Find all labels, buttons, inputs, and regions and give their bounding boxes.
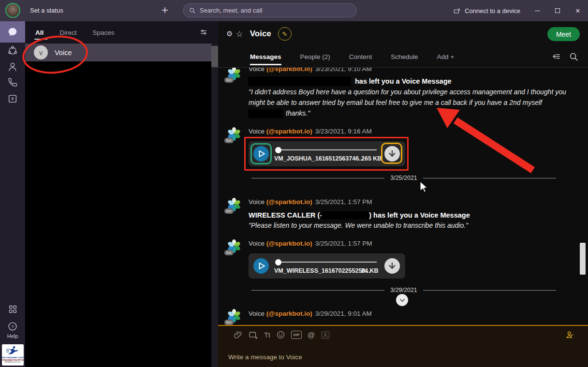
rail-item-contacts[interactable] — [0, 59, 25, 74]
tab-schedule[interactable]: Schedule — [391, 46, 418, 68]
mention-icon[interactable]: @ — [308, 331, 315, 339]
filter-icon — [199, 28, 208, 37]
tab-direct[interactable]: Direct — [59, 21, 76, 44]
emoji-icon[interactable] — [276, 330, 285, 339]
text-format-icon[interactable]: Tt — [264, 331, 270, 339]
connect-to-device-button[interactable]: Connect to a device — [453, 7, 520, 15]
redaction-box — [249, 77, 351, 86]
svg-text:?: ? — [11, 324, 14, 329]
message-scrollbar-thumb[interactable] — [580, 243, 586, 275]
rail-item-help[interactable]: ? Help — [7, 321, 18, 339]
gif-icon[interactable]: GIF — [291, 331, 302, 339]
space-list-scrollbar-thumb[interactable] — [211, 46, 218, 67]
chevron-down-icon — [397, 295, 408, 306]
scroll-to-bottom-button[interactable] — [396, 294, 408, 306]
bot-badge: Bot — [224, 250, 234, 255]
space-list-item-voice[interactable]: v Voice — [25, 44, 218, 61]
apps-grid-icon — [8, 304, 18, 314]
transcript-line: "I didn't address Boyd here have a quest… — [249, 88, 566, 96]
calendar-icon: 8 — [7, 93, 18, 104]
bot-avatar: Bot — [226, 197, 242, 212]
transcript-line: "Please listen to your message. We were … — [249, 221, 468, 229]
favorite-star-icon[interactable]: ☆ — [235, 29, 243, 39]
date-divider-label: 3/25/2021 — [390, 175, 417, 181]
set-status-button[interactable]: Set a status — [30, 7, 63, 14]
minimize-button[interactable] — [527, 0, 547, 21]
jump-to-recent-icon[interactable] — [552, 52, 561, 62]
tab-all[interactable]: All — [35, 21, 44, 44]
svg-text:8: 8 — [12, 96, 14, 101]
message-header: Voice (@sparkbot.io)3/25/2021, 1:57 PM — [249, 240, 372, 247]
help-label: Help — [7, 333, 18, 339]
audio-file-name: VM_JOSHUA_1616512563746... — [274, 155, 364, 162]
space-settings-gear-icon[interactable]: ⚙ — [226, 29, 233, 38]
rail-item-meetings[interactable]: 8 — [0, 90, 25, 106]
tab-content[interactable]: Content — [349, 46, 372, 68]
play-button[interactable] — [253, 146, 269, 161]
space-title: Voice — [250, 29, 271, 39]
search-in-space-icon[interactable] — [569, 52, 578, 61]
audio-progress-handle[interactable] — [275, 147, 281, 153]
transcript-line: might be able to answer tried by email b… — [249, 99, 542, 106]
org-logo: THE STEADMAN CLINIC STEADMAN PHILIPPON R… — [2, 344, 24, 366]
message-header: Voice (@sparkbot.io)3/29/2021, 9:01 AM — [249, 310, 372, 317]
space-list-panel: All Direct Spaces v Voice — [25, 21, 218, 367]
download-button[interactable] — [384, 146, 400, 161]
voice-space-name: Voice — [55, 49, 72, 57]
redaction-box — [322, 212, 369, 219]
bot-avatar: Bot — [226, 238, 242, 254]
tab-messages[interactable]: Messages — [250, 46, 281, 68]
message-list: Bot Voice (@sparkbot.io)3/23/2021, 9:10 … — [218, 68, 588, 325]
audio-progress-handle[interactable] — [275, 259, 281, 265]
voicemail-headline: WIRELESS CALLER (- ) has left you a Voic… — [249, 210, 470, 220]
compose-area: Tt GIF @ — [218, 325, 588, 367]
bot-avatar: Bot — [226, 308, 242, 323]
draft-pen-icon[interactable] — [565, 330, 575, 340]
search-bar[interactable] — [183, 3, 357, 17]
redaction-box — [249, 110, 282, 118]
bot-avatar: Bot — [226, 68, 242, 81]
search-icon — [189, 7, 196, 14]
maximize-button[interactable] — [547, 0, 568, 21]
tab-people[interactable]: People (2) — [300, 46, 330, 68]
audio-file-size: 24 KB — [361, 267, 378, 274]
title-bar: Set a status + Connect to a device ✕ — [0, 0, 588, 21]
tab-add[interactable]: Add + — [437, 46, 454, 68]
rail-item-messaging[interactable] — [0, 21, 25, 43]
message-input[interactable] — [228, 353, 538, 361]
filter-button[interactable] — [199, 28, 208, 37]
rail-item-apps[interactable] — [0, 301, 25, 317]
chat-bubble-icon — [7, 27, 18, 37]
phone-icon — [8, 78, 17, 88]
plus-icon[interactable]: + — [158, 2, 172, 18]
teams-icon — [7, 45, 18, 56]
rail-item-teams[interactable] — [0, 43, 25, 59]
tab-spaces[interactable]: Spaces — [93, 21, 115, 44]
app-rail: 8 ? Help — [0, 21, 25, 367]
audio-progress-track[interactable] — [281, 262, 377, 263]
date-divider: 3/29/2021 — [251, 286, 556, 294]
bot-badge: Bot — [224, 77, 234, 83]
rail-item-calling[interactable] — [0, 74, 25, 90]
search-input[interactable] — [200, 7, 335, 14]
space-list-scrollbar[interactable] — [211, 44, 218, 367]
date-divider: 3/25/2021 — [251, 174, 556, 182]
play-button[interactable] — [253, 258, 269, 274]
message-header: Voice (@sparkbot.io)3/23/2021, 9:16 AM — [249, 128, 372, 135]
message-header: Voice (@sparkbot.io)3/23/2021, 9:10 AM — [249, 68, 372, 73]
close-button[interactable]: ✕ — [568, 0, 588, 21]
pencil-icon: ✎ — [282, 30, 287, 38]
personal-room-icon[interactable] — [321, 331, 330, 339]
audio-progress-track[interactable] — [281, 149, 377, 150]
runner-logo-icon — [5, 345, 20, 356]
message-header: Voice (@sparkbot.io)3/25/2021, 1:57 PM — [249, 198, 372, 206]
date-divider-label: 3/29/2021 — [390, 287, 417, 294]
screen-capture-icon[interactable] — [249, 331, 258, 339]
profile-avatar[interactable] — [5, 3, 20, 18]
space-header: ⚙ ☆ Voice ✎ Meet — [218, 21, 588, 46]
meet-button[interactable]: Meet — [547, 27, 580, 41]
attachment-icon[interactable] — [234, 330, 243, 339]
edit-space-button[interactable]: ✎ — [278, 27, 292, 41]
download-button[interactable] — [384, 258, 400, 274]
voicemail-headline: has left you a Voice Message — [355, 77, 452, 85]
